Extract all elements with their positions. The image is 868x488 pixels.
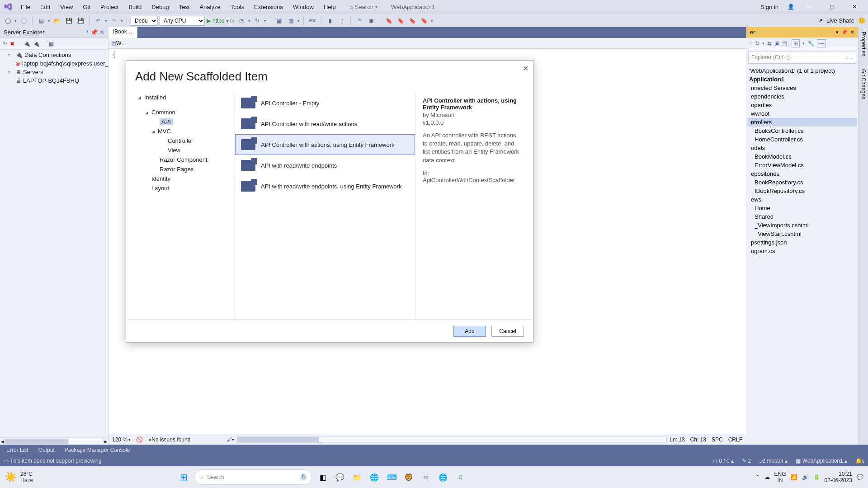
cancel-button[interactable]: Cancel	[491, 326, 524, 337]
messenger-icon[interactable]: 💬	[334, 471, 346, 483]
menu-debug[interactable]: Debug	[147, 2, 173, 12]
program-cs[interactable]: ogram.cs	[747, 247, 857, 255]
issues-status[interactable]: No issues found	[151, 436, 190, 443]
save-icon[interactable]: 💾	[64, 16, 74, 26]
redo-icon[interactable]: ↷	[109, 16, 119, 26]
cat-razorcomp[interactable]: Razor Component	[135, 155, 235, 164]
repositories-folder[interactable]: epositories	[747, 169, 857, 178]
vtab-gitchanges[interactable]: Git Changes	[859, 67, 868, 101]
bookmark3-icon[interactable]: 🔖	[407, 16, 417, 26]
pin-icon[interactable]: 📌	[841, 29, 848, 35]
bookmark4-icon[interactable]: 🔖	[419, 16, 429, 26]
solution-search[interactable]: Explorer (Ctrl+;) ⌕ ▾	[748, 51, 856, 64]
wrench-icon[interactable]: 🔧	[807, 40, 814, 47]
tray-chevron-icon[interactable]: ⌃	[755, 474, 760, 480]
file-row[interactable]: BookRepository.cs	[747, 178, 857, 187]
wifi-icon[interactable]: 📶	[791, 474, 797, 480]
project-node[interactable]: Application1	[747, 75, 857, 84]
run-noplay-button[interactable]: ▷	[231, 18, 235, 24]
cat-identity[interactable]: Identity	[135, 174, 235, 183]
save-all-icon[interactable]: 💾	[75, 16, 85, 26]
dialog-close-button[interactable]: ✕	[523, 64, 528, 73]
appsettings[interactable]: psettings.json	[747, 238, 857, 247]
dependencies[interactable]: ependencies	[747, 92, 857, 101]
close-panel-icon[interactable]: ✕	[850, 29, 854, 35]
sw-icon[interactable]: —	[817, 39, 826, 47]
git-changes[interactable]: ✎ 2	[742, 458, 751, 464]
menu-edit[interactable]: Edit	[36, 2, 55, 12]
properties[interactable]: operties	[747, 101, 857, 109]
explorer-icon[interactable]: 📁	[351, 471, 363, 483]
template-item[interactable]: API Controller - Empty	[235, 93, 415, 113]
servers-node[interactable]: ▿🖥 Servers	[2, 68, 106, 76]
menu-file[interactable]: File	[16, 2, 35, 12]
spaces-indicator[interactable]: SPC	[712, 436, 723, 443]
undo-icon[interactable]: ↶	[93, 16, 103, 26]
maximize-button[interactable]: ▢	[822, 0, 842, 14]
minimize-button[interactable]: —	[800, 0, 820, 14]
file-row[interactable]: _ViewImports.cshtml	[747, 221, 857, 230]
visualstudio-icon[interactable]: ∞	[420, 471, 432, 483]
tb-c[interactable]: abc	[307, 16, 317, 26]
cat-api[interactable]: API	[135, 117, 235, 127]
file-row[interactable]: IBookRepository.cs	[747, 187, 857, 195]
weather-widget[interactable]: ☀️ 28°CHaze	[5, 471, 33, 483]
feedback-icon[interactable]: 🙂	[858, 17, 865, 24]
cat-common[interactable]: ◢Common	[135, 108, 235, 117]
file-row[interactable]: Home	[747, 204, 857, 212]
editor-h-scrollbar[interactable]	[237, 436, 667, 443]
tb-g[interactable]: ≣	[366, 16, 376, 26]
editor-tab-ibook[interactable]: IBook…	[108, 27, 137, 38]
tb-d[interactable]: ▮	[325, 16, 335, 26]
signin-button[interactable]: Sign in	[757, 2, 782, 12]
connect-icon[interactable]: 🔌	[24, 41, 30, 47]
menu-build[interactable]: Build	[124, 2, 146, 12]
line-indicator[interactable]: Ln: 13	[670, 436, 684, 443]
template-item[interactable]: API with read/write endpoints	[235, 155, 415, 176]
template-item[interactable]: API with read/write endpoints, using Ent…	[235, 176, 415, 197]
config-select[interactable]: Debug	[131, 16, 158, 26]
add-button[interactable]: Add	[453, 326, 486, 337]
cat-layout[interactable]: Layout	[135, 183, 235, 193]
file-row[interactable]: Shared	[747, 212, 857, 221]
platform-select[interactable]: Any CPU	[160, 16, 205, 26]
dropdown-icon[interactable]: ▾	[86, 29, 89, 36]
new-icon[interactable]: ▤	[36, 16, 46, 26]
file-row[interactable]: BookModel.cs	[747, 152, 857, 161]
cat-installed[interactable]: ◢Installed	[135, 93, 235, 102]
vscode-icon[interactable]: ⌨	[385, 471, 398, 483]
menu-view[interactable]: View	[56, 2, 77, 12]
tab-output[interactable]: Output	[34, 445, 59, 455]
filter-icon[interactable]: ⊞	[792, 39, 800, 47]
show-icon[interactable]: ▣	[774, 40, 779, 47]
cat-view[interactable]: View	[135, 145, 235, 155]
refresh-icon[interactable]: ↻	[3, 41, 7, 47]
solution-root[interactable]: 'WebApplication1' (1 of 1 project)	[747, 66, 857, 75]
bookmark2-icon[interactable]: 🔖	[396, 16, 406, 26]
menu-window[interactable]: Window	[288, 2, 318, 12]
server-row[interactable]: 🖥 LAPTOP-BQJ4FSHQ	[2, 76, 106, 85]
menu-help[interactable]: Help	[319, 2, 340, 12]
views-folder[interactable]: ews	[747, 195, 857, 204]
menu-git[interactable]: Git	[78, 2, 95, 12]
stop-icon[interactable]: ✖	[10, 41, 14, 47]
browser-icon[interactable]: ◔	[236, 16, 246, 26]
zoom-level[interactable]: 120 %	[112, 436, 127, 443]
collapse-icon[interactable]: ⇆	[767, 40, 772, 47]
onedrive-icon[interactable]: ☁	[764, 474, 770, 480]
open-icon[interactable]: 📂	[52, 16, 62, 26]
editor-subtab[interactable]: W…	[116, 40, 127, 47]
pin-icon[interactable]: 📌	[90, 29, 98, 36]
start-button[interactable]: ⊞	[177, 471, 190, 483]
liveshare-button[interactable]: Live Share	[826, 17, 854, 24]
tab-errorlist[interactable]: Error List	[2, 445, 33, 455]
bookmark-icon[interactable]: 🔖	[384, 16, 394, 26]
git-branch[interactable]: ⎇ master ▴	[759, 458, 788, 464]
chrome2-icon[interactable]: 🌐	[437, 471, 449, 483]
search-box[interactable]: ⌕ Search ▾	[349, 4, 377, 10]
controllers-folder[interactable]: ntrollers	[747, 118, 857, 127]
volume-icon[interactable]: 🔊	[802, 474, 809, 480]
home-icon[interactable]: ⌂	[749, 40, 752, 47]
menu-tools[interactable]: Tools	[226, 2, 249, 12]
tb-f[interactable]: ≡	[354, 16, 364, 26]
